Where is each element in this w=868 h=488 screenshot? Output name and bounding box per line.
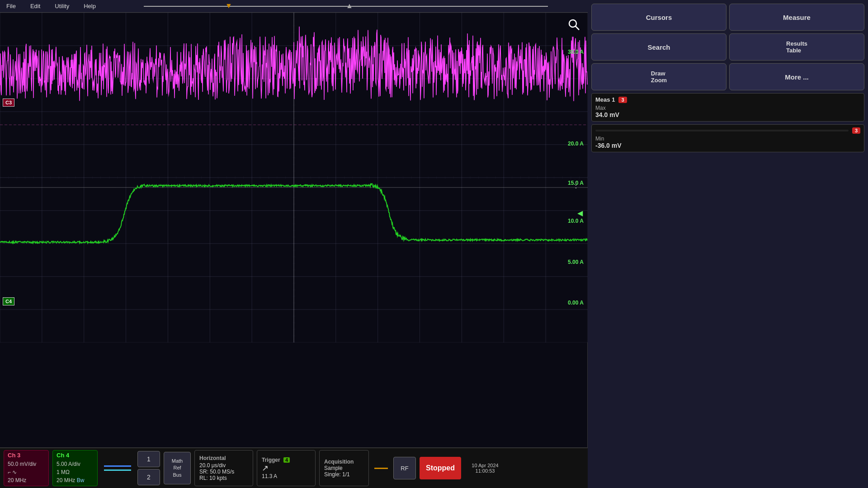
search-button[interactable]: Search [591,33,726,61]
trigger-value: 11.3 A [262,473,311,479]
timebar-center-marker: ▲ [346,2,353,10]
rf-button[interactable]: RF [393,457,416,479]
results-table-button[interactable]: ResultsTable [729,33,864,61]
trigger-title: Trigger 4 [262,457,311,463]
top-btn-row: Cursors Measure [591,4,864,31]
menu-bar: File Edit Utility Help ▼ ▲ [0,0,588,13]
ch3-info-block[interactable]: Ch 3 50.0 mV/div ⌐ ∿ 20 MHz [4,450,49,486]
acquisition-info: Acquisition Sample Single: 1/1 [319,450,369,486]
y-label-30a: 30.0 A [568,49,584,55]
nav-btn-1[interactable]: 1 [137,451,160,467]
meas-min-value: -36.0 mV [595,142,860,149]
y-label-20a: 20.0 A [568,141,584,147]
nav-buttons: 1 2 [137,451,160,485]
acq-type: Sample [324,465,364,471]
meas1-header: Meas 1 3 [595,96,860,103]
ch3-title: Ch 3 [8,452,45,459]
wave-line-blue [104,465,131,467]
meas1-title: Meas 1 [595,96,615,103]
trigger-info: Trigger 4 ↗ 11.3 A [257,450,316,486]
meas-min-panel: 3 Min -36.0 mV [591,124,864,152]
right-panel: Cursors Measure Search ResultsTable Draw… [588,0,868,488]
ch4-arrow-marker: ◀ [577,209,583,217]
horizontal-title: Horizontal [199,455,248,461]
draw-zoom-button[interactable]: DrawZoom [591,63,726,90]
acq-rate: Single: 1/1 [324,471,364,478]
cursors-button[interactable]: Cursors [591,4,726,31]
meas1-panel: Meas 1 3 Max 34.0 mV [591,93,864,122]
meas-min-bar [595,130,849,131]
waveform-context-menu[interactable]: ⋮ [572,180,580,190]
wave-line-cyan [104,469,131,471]
bot-btn-row: DrawZoom More ... [591,63,864,90]
datetime-display: 10 Apr 2024 11:00:53 [465,463,505,474]
mid-btn-row: Search ResultsTable [591,33,864,61]
more-button[interactable]: More ... [729,63,864,90]
meas1-badge: 3 [618,97,627,103]
ch3-icons: ⌐ ∿ [8,468,45,476]
meas1-max-value: 34.0 mV [595,111,860,118]
stopped-button[interactable]: Stopped [420,457,461,479]
date-line [374,468,388,469]
date-display: 10 Apr 2024 [472,463,498,468]
search-icon-waveform[interactable] [567,18,581,33]
horizontal-rl: RL: 10 kpts [199,475,248,481]
time-display: 11:00:53 [476,468,495,474]
oscilloscope-area: File Edit Utility Help ▼ ▲ 30.0 A 20.0 A… [0,0,588,488]
meas-min-badge: 3 [852,127,860,134]
menu-help[interactable]: Help [81,2,99,10]
menu-utility[interactable]: Utility [52,2,72,10]
waveform-display: 30.0 A 20.0 A 15.0 A 10.0 A 5.00 A 0.00 … [0,13,588,447]
ch4-info-block[interactable]: Ch 4 5.00 A/div 1 MΩ 20 MHz Bw [52,450,98,486]
waveform-canvas [0,13,588,343]
acq-title: Acquisition [324,459,364,465]
nav-btn-2[interactable]: 2 [137,469,160,485]
trigger-ch-badge: 4 [283,457,290,463]
meas-min-header: 3 [595,127,860,134]
meas-min-label: Min [595,136,860,142]
y-label-0a: 0.00 A [568,300,584,306]
ch3-bw: 20 MHz [8,476,45,484]
y-label-10a: 10.0 A [568,218,584,224]
trigger-arrow: ↗ [262,463,311,473]
trigger-position-marker: ▼ [225,2,232,10]
waveform-preview [101,465,134,471]
measure-button[interactable]: Measure [729,4,864,31]
ch4-impedance: 1 MΩ [57,468,94,476]
horizontal-sr: SR: 50.0 MS/s [199,469,248,475]
svg-line-1 [576,26,579,30]
status-bar: Ch 3 50.0 mV/div ⌐ ∿ 20 MHz Ch 4 5.00 A/… [0,447,588,488]
ch4-scale: 5.00 A/div [57,460,94,468]
ch3-label[interactable]: C3 [3,99,14,107]
horizontal-info: Horizontal 20.0 μs/div SR: 50.0 MS/s RL:… [194,450,253,486]
ch4-title: Ch 4 [57,452,94,459]
horizontal-time: 20.0 μs/div [199,462,248,469]
ch4-bw: 20 MHz Bw [57,476,94,484]
svg-point-0 [569,20,576,27]
ch4-label[interactable]: C4 [3,297,14,305]
menu-edit[interactable]: Edit [28,2,43,10]
ch3-scale: 50.0 mV/div [8,460,45,468]
y-label-5a: 5.00 A [568,259,584,265]
meas1-max-label: Max [595,105,860,111]
menu-file[interactable]: File [4,2,19,10]
math-ref-bus-button[interactable]: More ... MathRefBus [164,452,191,484]
